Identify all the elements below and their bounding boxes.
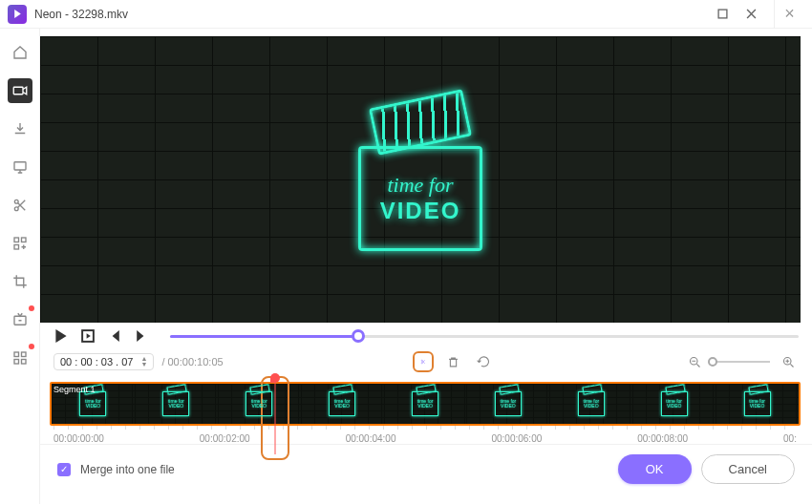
svg-rect-10	[21, 352, 26, 357]
timeline: Segment 1 time forVIDEO time forVIDEO ti…	[50, 382, 801, 444]
main-content: time for VIDEO 00 : 00 : 03 . 07	[40, 29, 812, 504]
ruler-tick: 00:00:00:00	[53, 430, 104, 444]
neon-line2: VIDEO	[380, 198, 461, 224]
thumb-8: time forVIDEO	[716, 384, 799, 424]
ruler-tick: 00:00:04:00	[346, 430, 396, 444]
svg-rect-12	[21, 360, 26, 365]
titlebar: Neon - 32298.mkv ×	[0, 0, 812, 29]
neon-line1: time for	[387, 173, 453, 198]
zoom-in-button[interactable]	[778, 351, 799, 372]
play-button[interactable]	[53, 328, 69, 344]
stop-button[interactable]	[80, 328, 96, 344]
neon-text-box: time for VIDEO	[358, 146, 482, 251]
cancel-button[interactable]: Cancel	[701, 454, 795, 484]
sidebar-crop[interactable]	[8, 269, 32, 294]
svg-rect-11	[14, 360, 19, 365]
current-time-input[interactable]: 00 : 00 : 03 . 07 ▲▼	[53, 353, 154, 370]
sidebar-apps[interactable]	[8, 346, 32, 370]
sidebar-video[interactable]	[8, 78, 32, 103]
time-ruler: 00:00:00:00 00:00:02:00 00:00:04:00 00:0…	[50, 426, 801, 444]
sidebar-grid-plus[interactable]	[8, 231, 32, 256]
playback-controls	[40, 323, 812, 346]
merge-label: Merge into one file	[80, 463, 175, 476]
sidebar-monitor[interactable]	[8, 155, 32, 179]
zoom-thumb[interactable]	[708, 357, 717, 367]
thumb-6: time forVIDEO	[549, 384, 632, 424]
progress-fill	[170, 335, 358, 338]
next-frame-button[interactable]	[134, 328, 149, 344]
svg-rect-1	[13, 87, 23, 94]
ruler-tick: 00:00:06:00	[491, 430, 542, 444]
neon-sign: time for VIDEO	[334, 98, 506, 261]
delete-button[interactable]	[443, 351, 464, 372]
segment-1[interactable]: Segment 1 time forVIDEO time forVIDEO ti…	[50, 382, 801, 426]
titlebar-right: ×	[711, 0, 804, 29]
zoom-slider[interactable]	[713, 361, 770, 363]
sidebar	[0, 29, 40, 504]
app-window: Neon - 32298.mkv ×	[0, 0, 812, 504]
thumb-3: time forVIDEO	[301, 384, 384, 424]
progress-thumb[interactable]	[352, 329, 365, 343]
video-preview[interactable]: time for VIDEO	[40, 36, 801, 323]
duration-text: / 00:00:10:05	[161, 356, 223, 368]
progress-slider[interactable]	[170, 335, 799, 338]
cut-button[interactable]	[413, 351, 434, 372]
reset-button[interactable]	[474, 351, 495, 372]
sidebar-tv[interactable]	[8, 307, 32, 332]
thumb-5: time forVIDEO	[466, 384, 549, 424]
svg-point-15	[421, 363, 422, 364]
thumb-4: time forVIDEO	[384, 384, 467, 424]
sidebar-download[interactable]	[8, 116, 32, 141]
ruler-tick: 00:	[783, 430, 797, 444]
time-stepper[interactable]: ▲▼	[140, 356, 147, 368]
footer: ✓ Merge into one file OK Cancel	[40, 444, 812, 494]
svg-rect-7	[14, 245, 19, 250]
sidebar-home[interactable]	[8, 40, 32, 65]
close-inner-button[interactable]	[739, 3, 762, 26]
cut-tools	[413, 351, 495, 372]
svg-point-4	[14, 207, 18, 211]
svg-rect-9	[14, 352, 19, 357]
app-icon	[8, 5, 27, 24]
segment-label: Segment 1	[53, 385, 96, 394]
app-body: time for VIDEO 00 : 00 : 03 . 07	[0, 29, 812, 504]
svg-point-3	[14, 200, 18, 203]
sidebar-scissors[interactable]	[8, 193, 32, 218]
titlebar-left: Neon - 32298.mkv	[8, 5, 128, 24]
time-toolbar: 00 : 00 : 03 . 07 ▲▼ / 00:00:10:05	[40, 346, 812, 378]
svg-rect-0	[718, 10, 727, 18]
prev-frame-button[interactable]	[107, 328, 122, 344]
zoom-out-button[interactable]	[684, 351, 705, 372]
ruler-tick: 00:00:08:00	[637, 430, 688, 444]
maximize-button[interactable]	[711, 3, 734, 26]
ruler-tick: 00:00:02:00	[200, 430, 250, 444]
svg-rect-5	[14, 238, 19, 242]
svg-point-14	[421, 360, 422, 361]
thumb-1: time forVIDEO	[135, 384, 218, 424]
window-title: Neon - 32298.mkv	[34, 8, 128, 21]
ok-button[interactable]: OK	[618, 454, 692, 484]
svg-rect-2	[14, 162, 26, 170]
thumb-2: time forVIDEO	[218, 384, 301, 424]
current-time-text: 00 : 00 : 03 . 07	[60, 356, 133, 368]
merge-checkbox[interactable]: ✓	[57, 463, 71, 476]
thumb-7: time forVIDEO	[632, 384, 716, 424]
svg-rect-6	[21, 238, 26, 242]
close-outer-button[interactable]: ×	[774, 0, 804, 29]
